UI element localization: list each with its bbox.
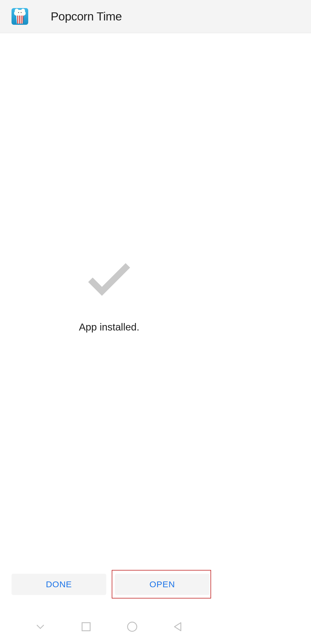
install-content: App installed. [0, 33, 218, 560]
square-icon[interactable] [77, 618, 95, 635]
checkmark-icon [86, 261, 132, 298]
popcorn-time-icon [12, 8, 28, 25]
action-buttons: DONE OPEN [12, 574, 210, 595]
svg-point-1 [128, 622, 137, 631]
status-message: App installed. [79, 321, 139, 333]
circle-icon[interactable] [124, 618, 141, 635]
done-button[interactable]: DONE [12, 574, 106, 595]
install-header: Popcorn Time [0, 0, 218, 33]
right-edge-bg [218, 0, 311, 33]
open-button[interactable]: OPEN [115, 574, 210, 595]
triangle-left-icon[interactable] [169, 618, 187, 635]
svg-rect-0 [82, 623, 90, 631]
app-title: Popcorn Time [51, 10, 122, 23]
navigation-bar [0, 609, 218, 644]
chevron-down-icon[interactable] [32, 618, 49, 635]
